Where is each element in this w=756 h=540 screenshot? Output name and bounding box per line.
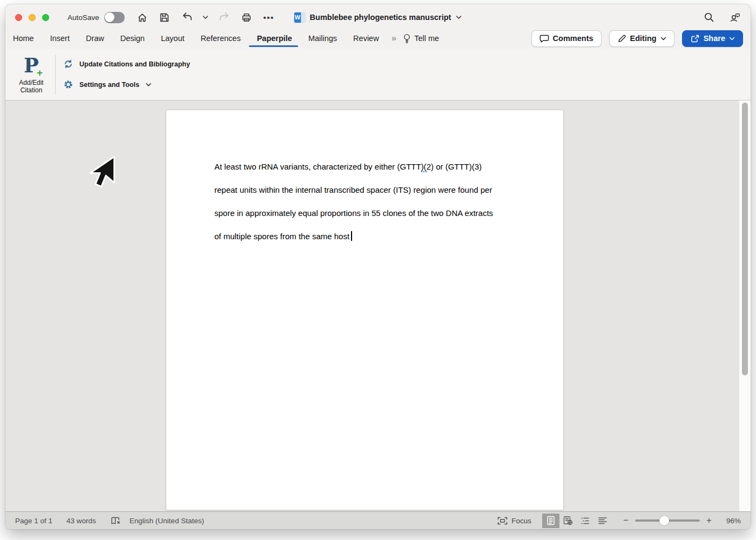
tell-me-label: Tell me — [414, 34, 439, 43]
tab-paperpile-active[interactable]: Paperpile — [249, 32, 300, 45]
sync-icon — [63, 59, 73, 69]
proofing-errors-icon[interactable] — [110, 516, 121, 525]
word-doc-icon: W — [294, 12, 306, 23]
zoom-percentage[interactable]: 96% — [718, 517, 741, 525]
settings-chevron-icon — [145, 83, 152, 87]
tab-home[interactable]: Home — [13, 32, 42, 45]
traffic-lights — [15, 14, 49, 21]
web-layout-view-button[interactable] — [559, 514, 577, 528]
draft-view-button[interactable] — [594, 514, 611, 528]
vertical-scrollbar[interactable] — [739, 100, 751, 511]
line1-pre: At least two rRNA variants, characterize… — [214, 162, 421, 171]
grammar-underline[interactable]: )( — [421, 162, 427, 172]
gear-icon — [63, 79, 73, 90]
focus-icon — [497, 517, 508, 525]
statusbar: Page 1 of 1 43 words English (United Sta… — [5, 511, 751, 529]
focus-button[interactable]: Focus — [497, 517, 531, 525]
share-chevron-icon — [729, 37, 735, 40]
citation-label-line2: Citation — [19, 86, 43, 94]
document-canvas: At least two rRNA variants, characterize… — [5, 100, 751, 511]
document-text: At least two rRNA variants, characterize… — [214, 155, 542, 248]
redo-icon-disabled — [218, 10, 232, 24]
view-switcher — [542, 514, 611, 528]
line3-text: spore in approximately equal proportions… — [214, 208, 493, 218]
print-icon[interactable] — [240, 10, 254, 24]
update-citations-label: Update Citations and Bibliography — [79, 60, 190, 68]
zoom-out-button[interactable]: − — [622, 515, 630, 526]
ribbon-tabbar: Home Insert Draw Design Layout Reference… — [5, 30, 751, 49]
zoom-slider-thumb[interactable] — [659, 516, 669, 525]
more-icon[interactable]: ••• — [262, 10, 276, 24]
page-indicator[interactable]: Page 1 of 1 — [15, 517, 52, 525]
line4-text: of multiple spores from the same host — [214, 232, 349, 241]
print-layout-view-button[interactable] — [542, 514, 559, 528]
titlebar: AutoSave ••• — [5, 4, 751, 30]
text-line-3[interactable]: spore in approximately equal proportions… — [214, 201, 542, 225]
ribbon-paperpile: P + Add/Edit Citation Update Citations a… — [5, 49, 751, 100]
add-edit-citation-button[interactable]: P + Add/Edit Citation — [12, 55, 51, 94]
text-line-2[interactable]: repeat units within the internal transcr… — [214, 178, 542, 201]
tell-me-button[interactable]: Tell me — [400, 33, 442, 44]
share-label: Share — [704, 34, 725, 43]
scrollbar-thumb[interactable] — [742, 103, 748, 375]
save-icon[interactable] — [158, 10, 172, 24]
minimize-button[interactable] — [29, 14, 36, 21]
tab-overflow-chevrons-icon[interactable]: » — [392, 33, 396, 44]
comment-bubble-icon — [539, 34, 549, 43]
comments-label: Comments — [553, 34, 593, 43]
contacts-icon[interactable] — [728, 10, 742, 24]
editing-chevron-icon — [660, 37, 666, 40]
share-icon — [690, 34, 700, 43]
undo-icon[interactable] — [180, 10, 194, 24]
home-icon[interactable] — [136, 10, 150, 24]
tab-layout[interactable]: Layout — [153, 32, 193, 45]
tab-references[interactable]: References — [192, 32, 248, 45]
share-button[interactable]: Share — [682, 30, 743, 47]
settings-tools-button[interactable]: Settings and Tools — [63, 79, 190, 90]
toggle-knob — [105, 12, 114, 22]
tab-mailings[interactable]: Mailings — [300, 32, 345, 45]
line1-post: 2) or (GTTT)(3) — [427, 162, 482, 171]
undo-chevron-icon[interactable] — [202, 10, 210, 24]
document-title[interactable]: Bumblebee phylogenetics manuscript — [310, 13, 451, 22]
text-caret — [351, 231, 352, 241]
zoom-in-button[interactable]: + — [705, 515, 713, 526]
word-count[interactable]: 43 words — [66, 517, 96, 525]
language-indicator[interactable]: English (United States) — [130, 517, 204, 525]
settings-tools-label: Settings and Tools — [79, 81, 139, 89]
paperpile-plus: + — [37, 69, 43, 77]
document-title-group[interactable]: W Bumblebee phylogenetics manuscript — [294, 4, 462, 30]
tab-insert[interactable]: Insert — [42, 32, 78, 45]
tab-review[interactable]: Review — [345, 32, 387, 45]
mouse-pointer-icon — [90, 156, 116, 189]
close-button[interactable] — [15, 14, 22, 21]
pencil-icon — [617, 34, 626, 43]
zoom-slider[interactable] — [635, 519, 700, 522]
ribbon-divider — [55, 55, 56, 94]
document-page[interactable]: At least two rRNA variants, characterize… — [166, 110, 564, 510]
editing-label: Editing — [630, 34, 657, 43]
paperpile-logo-icon: P + — [21, 55, 42, 77]
update-citations-button[interactable]: Update Citations and Bibliography — [63, 59, 190, 69]
focus-label: Focus — [511, 517, 531, 525]
title-chevron-icon[interactable] — [455, 15, 462, 19]
editing-mode-button[interactable]: Editing — [609, 30, 674, 47]
comments-button[interactable]: Comments — [531, 30, 602, 47]
tab-design[interactable]: Design — [112, 32, 153, 45]
line2-text: repeat units within the internal transcr… — [214, 185, 492, 194]
word-window: AutoSave ••• — [5, 4, 751, 529]
outline-view-button[interactable] — [577, 514, 594, 528]
autosave-label: AutoSave — [68, 14, 99, 22]
tab-draw[interactable]: Draw — [78, 32, 112, 45]
text-line-1[interactable]: At least two rRNA variants, characterize… — [214, 155, 542, 178]
fullscreen-button[interactable] — [42, 14, 49, 21]
autosave-toggle[interactable] — [104, 12, 125, 23]
citation-label-line1: Add/Edit — [19, 79, 43, 87]
text-line-4[interactable]: of multiple spores from the same host — [214, 225, 542, 248]
more-dots: ••• — [263, 13, 274, 22]
lightbulb-icon — [403, 33, 411, 44]
search-icon[interactable] — [702, 10, 716, 24]
zoom-control: − + 96% — [622, 515, 741, 526]
